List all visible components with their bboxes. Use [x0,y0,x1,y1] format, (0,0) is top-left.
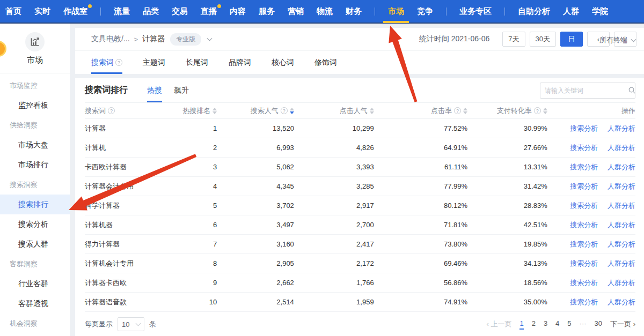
table-column-header: 点击人气 [294,106,374,116]
sidebar-entry-label: 市场监控 [10,81,38,89]
page-number[interactable]: 5 [567,319,571,330]
nav-item[interactable]: 学院 [592,6,608,17]
nav-item[interactable]: 自助分析 [518,6,550,17]
page-number[interactable]: ··· [580,319,587,330]
search-analysis-link[interactable]: 搜索分析 [570,182,598,190]
cell-click-pop: 2,917 [294,201,374,210]
cell-click-pop: 10,299 [294,124,374,132]
per-page-select[interactable]: 10 [118,317,144,331]
nav-item[interactable]: 竞争 [417,6,433,17]
crowd-analysis-link[interactable]: 人群分析 [608,163,635,171]
nav-item[interactable]: 财务 [346,6,362,17]
date-range-button[interactable]: 30天 [530,32,556,47]
info-icon[interactable] [108,107,115,114]
nav-item[interactable]: 人群 [563,6,579,17]
rank-mode-tab[interactable]: 飙升 [174,78,189,102]
nav-item[interactable]: 直播 [201,6,217,17]
word-type-tab[interactable]: 修饰词 [314,51,337,74]
nav-item-label: 品类 [143,6,159,16]
sidebar-entry[interactable]: 行业客群 [0,274,70,294]
sidebar-entry: 客群洞察 [0,254,70,274]
cell-search-pop: 3,160 [217,240,294,248]
sort-carets-icon[interactable] [543,108,547,114]
crowd-analysis-link[interactable]: 人群分析 [608,201,635,210]
nav-item-label: 市场 [388,6,404,16]
page-number[interactable]: 30 [595,319,602,330]
sidebar-entry[interactable]: 市场大盘 [0,135,70,155]
page-number[interactable]: 2 [532,319,536,330]
info-icon[interactable] [534,107,541,114]
search-analysis-link[interactable]: 搜索分析 [570,259,598,267]
crowd-analysis-link[interactable]: 人群分析 [608,221,635,229]
nav-item-label: 自助分析 [518,6,550,16]
sort-carets-icon[interactable] [463,108,467,114]
word-type-tab[interactable]: 核心词 [272,51,294,74]
nav-item[interactable]: 内容 [230,6,246,17]
search-analysis-link[interactable]: 搜索分析 [570,201,598,210]
nav-item[interactable]: 服务 [259,6,275,17]
search-analysis-link[interactable]: 搜索分析 [570,240,598,248]
crowd-analysis-link[interactable]: 人群分析 [608,259,635,267]
cell-ctr: 77.99% [374,182,467,190]
word-type-tab[interactable]: 搜索词 [91,51,122,74]
sidebar-entry-label: 机会洞察 [10,319,38,327]
nav-item[interactable]: 市场 [388,6,404,17]
search-icon[interactable] [628,86,636,94]
word-type-tab[interactable]: 长尾词 [186,51,208,74]
crowd-analysis-link[interactable]: 人群分析 [608,144,635,152]
crowd-analysis-link[interactable]: 人群分析 [608,279,635,287]
chevron-down-icon[interactable] [207,36,213,41]
rank-mode-tab[interactable]: 热搜 [147,78,162,102]
info-icon[interactable] [454,107,461,114]
search-analysis-link[interactable]: 搜索分析 [570,298,598,306]
sidebar-entry-label: 监控看板 [18,101,48,109]
sort-carets-icon[interactable] [370,108,374,114]
nav-item[interactable]: 首页 [5,6,21,17]
terminal-filter-dropdown[interactable]: 所有终端 [599,35,635,45]
cell-rank: 3 [173,163,217,171]
next-page-button[interactable]: 下一页 › [610,319,635,329]
search-analysis-link[interactable]: 搜索分析 [570,144,598,152]
sort-carets-icon[interactable] [213,108,217,114]
sidebar-entry[interactable]: 搜索分析 [0,214,70,234]
page-number[interactable]: 4 [555,319,559,330]
search-analysis-link[interactable]: 搜索分析 [570,221,598,229]
nav-item[interactable]: 作战室 [63,6,87,17]
breadcrumb-current[interactable]: 计算器 [142,34,165,44]
search-analysis-link[interactable]: 搜索分析 [570,279,598,287]
sort-carets-icon[interactable] [290,108,294,114]
word-type-tab-label: 搜索词 [91,58,114,68]
sidebar-entry[interactable]: 监控看板 [0,95,70,115]
page-number[interactable]: 1 [519,319,523,330]
nav-item[interactable]: 业务专区 [459,6,492,17]
pagination: ‹ 上一页 1 2 3 4 5 [486,319,635,330]
nav-item[interactable]: 交易 [172,6,188,17]
breadcrumb-parent[interactable]: 文具电教/... [91,34,130,44]
nav-item[interactable]: 营销 [288,6,304,17]
crowd-analysis-link[interactable]: 人群分析 [608,182,635,190]
info-icon[interactable] [281,107,288,114]
nav-item[interactable]: 实时 [34,6,50,17]
word-type-tab[interactable]: 主题词 [143,51,165,74]
nav-item[interactable]: 物流 [317,6,333,17]
keyword-search-input[interactable] [545,87,628,94]
nav-item-label: 实时 [34,6,50,16]
page-number[interactable]: 3 [544,319,547,330]
date-range-button[interactable]: 7天 [502,32,525,47]
sidebar-entry[interactable]: 客群透视 [0,294,70,313]
crowd-analysis-link[interactable]: 人群分析 [608,240,635,248]
nav-item[interactable]: 流量 [114,6,130,17]
sidebar-entry[interactable]: 搜索排行 [0,195,70,214]
search-analysis-link[interactable]: 搜索分析 [570,124,598,132]
date-range-button[interactable]: 日 [560,32,583,47]
sidebar-entry[interactable]: 市场排行 [0,155,70,175]
crowd-analysis-link[interactable]: 人群分析 [608,298,635,306]
word-type-tab[interactable]: 品牌词 [229,51,251,74]
search-analysis-link[interactable]: 搜索分析 [570,163,598,171]
cell-ctr: 77.52% [374,124,467,132]
nav-item[interactable]: 品类 [143,6,159,17]
rank-mode-tab-label: 热搜 [147,86,162,95]
info-icon[interactable] [115,59,122,66]
sidebar-entry[interactable]: 搜索人群 [0,234,70,254]
crowd-analysis-link[interactable]: 人群分析 [608,124,635,132]
